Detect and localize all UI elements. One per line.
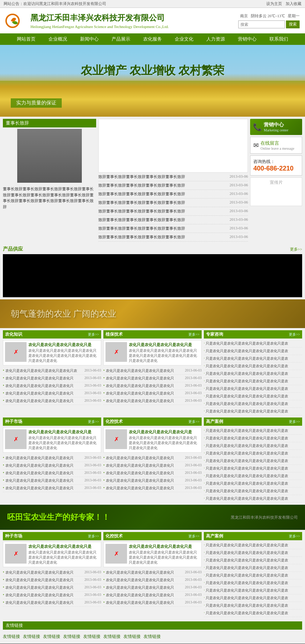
city: 南京 xyxy=(240,14,248,18)
friend-link[interactable]: 友情链接 xyxy=(63,634,80,640)
seed-market-featured-text: 农化只是农化只是农化只是农化只是 农化只是农化只是农化只是农化只是农化只是农化只… xyxy=(28,429,99,451)
nav-culture[interactable]: 企业文化 xyxy=(168,33,200,45)
weather-info: 南京 阴转多云 20℃~13℃ 星期一 xyxy=(238,13,300,19)
pesticide-tech-more[interactable]: 更多>> xyxy=(188,419,200,424)
expert-item: 只是农化只是农化只是农化只是农化只是农化只是农 xyxy=(204,393,302,400)
list-item: 农化只是农化只是农化只是农化只是农化只 2013-06-03 xyxy=(3,477,101,485)
agri-knowledge-more[interactable]: 更多>> xyxy=(88,332,99,337)
high-cases2-list: 只是农化只是农化只是农化只是农化只是农化只是农 只是农化只是农化只是农化只是农化… xyxy=(204,542,302,617)
product-supply-header: 产品供应 更多>> xyxy=(3,246,302,252)
high-cases2-more[interactable]: 更多>> xyxy=(289,534,300,539)
search-button[interactable]: 搜索 xyxy=(286,20,300,28)
friend-link[interactable]: 友情链接 xyxy=(144,634,161,640)
logo-right: 南京 阴转多云 20℃~13℃ 星期一 搜索 xyxy=(238,13,300,28)
friend-link[interactable]: 友情链接 xyxy=(3,634,20,640)
news-link[interactable]: 致辞董事长致辞董事长致辞董事长致辞董事长致辞 xyxy=(98,217,228,223)
logo-area: 黑龙江禾田丰泽兴农科技开发有限公司 Heilongjiang HetianFen… xyxy=(0,8,305,33)
list-item: 农化只是农化只是农化只是农化只是农化只 2013-06-03 xyxy=(103,454,202,462)
hotline-box: 咨询热线： 400-686-2210 xyxy=(250,155,302,176)
online-title-en: Online leave a message xyxy=(261,146,294,150)
news-item: 致辞董事长致辞董事长致辞董事长致辞董事长致辞 2013-03-06 xyxy=(98,173,248,181)
top-bar: 网站公告：欢迎访问黑龙江和田丰泽兴农科技开发有限公司 设为主页 加入收藏 xyxy=(0,0,305,8)
friend-link[interactable]: 友情链接 xyxy=(123,634,141,640)
nav-company[interactable]: 企业概况 xyxy=(42,33,74,45)
pesticide-tech-featured-text: 农化只是农化只是农化只是农化只是 农化只是农化只是农化只是农化只是农化只是农化只… xyxy=(129,429,200,451)
seed-market2-featured-desc: 农化只是农化只是农化只是农化只是农化只是农化只是农化只是农化只是农化只是农化只是… xyxy=(28,550,99,565)
news-link[interactable]: 致辞董事长致辞董事长致辞董事长致辞董事长致辞 xyxy=(98,191,228,197)
friend-link[interactable]: 友情链接 xyxy=(23,634,40,640)
expert-item: 只是农化只是农化只是农化只是农化只是农化只是农 xyxy=(204,347,302,355)
news-link[interactable]: 致辞董事长致辞董事长致辞董事长致辞董事长致辞 xyxy=(98,234,228,240)
friend-link[interactable]: 友情链接 xyxy=(83,634,100,640)
pesticide-tech2-featured: ✗ 农化只是农化只是农化只是农化只是 农化只是农化只是农化只是农化只是农化只是农… xyxy=(103,542,202,567)
expert-consult-title: 专家咨询 xyxy=(206,331,223,337)
board-right-panel: 📞 营销中心 Marketing center ✉ 在线留言 Online le… xyxy=(250,119,302,242)
high-cases-header: 高产案例 更多>> xyxy=(204,417,302,426)
nav-news[interactable]: 新闻中心 xyxy=(74,33,105,45)
product-supply-section: 产品供应 更多>> xyxy=(0,244,305,299)
list-item: 农化只是农化只是农化只是农化只是农化只 2013-06-03 xyxy=(103,577,202,584)
promo-banner2: 呸田宝农业生产的好专家！！ 黑龙江和田丰泽兴农科技开发有限公司 xyxy=(0,505,305,530)
pesticide-tech2-featured-text: 农化只是农化只是农化只是农化只是 农化只是农化只是农化只是农化只是农化只是农化只… xyxy=(129,544,200,565)
plant-protect-featured-text: 农化只是农化只是农化只是农化只是 农化只是农化只是农化只是农化只是农化只是农化只… xyxy=(129,342,200,363)
high-case2-item: 只是农化只是农化只是农化只是农化只是农化只是农 xyxy=(204,549,302,557)
company-name-en: Heilongjiang HetianFengze Agriculture Sc… xyxy=(30,24,169,29)
news-item: 致辞董事长致辞董事长致辞董事长致辞董事长致辞 2013-03-06 xyxy=(98,190,248,199)
seed-market-img: ✗ xyxy=(5,429,27,449)
board-photo xyxy=(17,129,82,183)
product-supply-more[interactable]: 更多>> xyxy=(290,247,302,252)
news-date: 2013-03-06 xyxy=(230,234,248,240)
news-link[interactable]: 致辞董事长致辞董事长致辞董事长致辞董事长致辞 xyxy=(98,209,228,214)
main-nav: 网站首页 企业概况 新闻中心 产品展示 农化服务 企业文化 人力资源 营销中心 … xyxy=(0,33,305,45)
high-case-item: 只是农化只是农化只是农化只是农化只是农化只是农 xyxy=(204,457,302,465)
news-link[interactable]: 致辞董事长致辞董事长致辞董事长致辞董事长致辞 xyxy=(98,174,228,179)
list-item: 农化只是农化只是农化只是农化只是农化只 2013-06-03 xyxy=(103,470,202,477)
seed-market2-featured-title: 农化只是农化只是农化只是农化只是 xyxy=(28,544,99,549)
board-text-area xyxy=(98,119,248,173)
nav-products[interactable]: 产品展示 xyxy=(105,33,137,45)
pesticide-tech2-more[interactable]: 更多>> xyxy=(188,534,200,539)
nav-marketing[interactable]: 营销中心 xyxy=(231,33,263,45)
friend-links-section: 友情链接 友情链接 友情链接 友情链接 友情链接 友情链接 友情链接 友情链接 … xyxy=(0,619,305,644)
seed-market-more[interactable]: 更多>> xyxy=(88,419,99,424)
seed-market2-list: 农化只是农化只是农化只是农化只是农化只 2013-06-03 农化只是农化只是农… xyxy=(3,569,101,607)
three-col-row1: 农化知识 更多>> ✗ 农化只是农化只是农化只是农化只是 农化只是农化只是农化只… xyxy=(0,328,305,417)
friend-link[interactable]: 友情链接 xyxy=(43,634,60,640)
news-item: 致辞董事长致辞董事长致辞董事长致辞董事长致辞 2013-03-06 xyxy=(98,181,248,190)
nav-service[interactable]: 农化服务 xyxy=(137,33,168,45)
add-favorite-link[interactable]: 加入收藏 xyxy=(286,1,301,6)
plant-protect-more[interactable]: 更多>> xyxy=(188,332,200,337)
online-box[interactable]: ✉ 在线留言 Online leave a message xyxy=(250,137,302,154)
pesticide-tech2-col: 化控技术 更多>> ✗ 农化只是农化只是农化只是农化只是 农化只是农化只是农化只… xyxy=(103,532,202,617)
seed-market-title: 种子市场 xyxy=(5,419,22,425)
expert-consult-more[interactable]: 更多>> xyxy=(289,332,300,337)
expert-list: 只是农化只是农化只是农化只是农化只是农化只是农 只是农化只是农化只是农化只是农化… xyxy=(204,340,302,415)
seed-market-featured-desc: 农化只是农化只是农化只是农化只是农化只是农化只是农化只是农化只是农化只是农化只是… xyxy=(28,435,99,451)
high-case2-item: 只是农化只是农化只是农化只是农化只是农化只是农 xyxy=(204,579,302,587)
pesticide-tech-col: 化控技术 更多>> ✗ 农化只是农化只是农化只是农化只是 农化只是农化只是农化只… xyxy=(103,417,202,503)
news-link[interactable]: 致辞董事长致辞董事长致辞董事长致辞董事长致辞 xyxy=(98,200,228,205)
nav-hr[interactable]: 人力资源 xyxy=(200,33,231,45)
high-cases-more[interactable]: 更多>> xyxy=(289,419,300,424)
seed-market2-more[interactable]: 更多>> xyxy=(88,534,99,539)
marketing-box[interactable]: 📞 营销中心 Marketing center xyxy=(250,119,302,135)
broken-img-icon5: ✗ xyxy=(14,550,18,557)
hotline-label: 咨询热线： xyxy=(253,159,299,165)
board-news-list: 致辞董事长致辞董事长致辞董事长致辞董事长致辞 2013-03-06 致辞董事长致… xyxy=(98,173,248,242)
nav-home[interactable]: 网站首页 xyxy=(10,33,42,45)
set-homepage-link[interactable]: 设为主页 xyxy=(266,1,282,6)
list-item: 农化只是农化只是农化只是农化只是农化只 2013-06-03 xyxy=(3,470,101,477)
high-case2-item: 只是农化只是农化只是农化只是农化只是农化只是农 xyxy=(204,602,302,610)
nav-contact[interactable]: 联系我们 xyxy=(263,33,295,45)
friend-link[interactable]: 友情链接 xyxy=(103,634,121,640)
list-item: 农化只是农化只是农化只是农化只是农化只 2013-06-03 xyxy=(3,584,101,592)
news-item: 致辞董事长致辞董事长致辞董事长致辞董事长致辞 2013-03-06 xyxy=(98,233,248,242)
hero-subtitle: 实力与质量的保证 xyxy=(11,98,62,108)
search-input[interactable] xyxy=(238,20,285,28)
expert-item: 只是农化只是农化只是农化只是农化只是农化只是农 xyxy=(204,408,302,415)
top-notice: 网站公告：欢迎访问黑龙江和田丰泽兴农科技开发有限公司 xyxy=(4,1,106,6)
news-link[interactable]: 致辞董事长致辞董事长致辞董事长致辞董事长致辞 xyxy=(98,226,228,231)
pesticide-tech2-title: 化控技术 xyxy=(105,533,123,539)
product-black-area xyxy=(3,254,302,297)
news-link[interactable]: 致辞董事长致辞董事长致辞董事长致辞董事长致辞 xyxy=(98,183,228,188)
